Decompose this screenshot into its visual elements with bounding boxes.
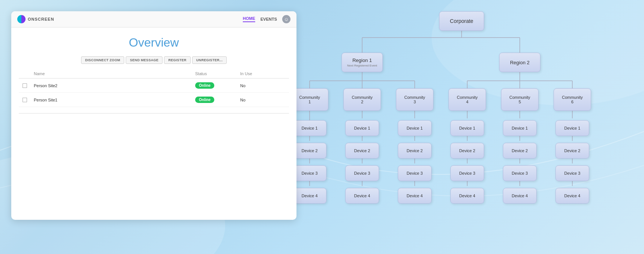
unregister-button[interactable]: UNREGISTER... [192,56,227,64]
send-message-button[interactable]: SEND MESSAGE [126,56,163,64]
c5-device-2[interactable]: Device 2 [503,143,537,159]
corporate-node[interactable]: Corporate [439,11,484,31]
status-badge-2: Online [195,97,240,103]
region-2-label: Region 2 [510,60,530,65]
table-header: Name Status In Use [19,69,289,79]
c3-device-2[interactable]: Device 2 [398,143,432,159]
disconnect-zoom-button[interactable]: DISCONNECT ZOOM [81,56,125,64]
c5-device-3[interactable]: Device 3 [503,165,537,181]
region-1-node[interactable]: Region 1 Next Registered Event [342,53,383,72]
register-button[interactable]: REGISTER [164,56,190,64]
community-3-label: Community3 [404,95,425,104]
c6-device-2[interactable]: Device 2 [555,143,589,159]
c5-device-1[interactable]: Device 1 [503,120,537,136]
navbar: ONSCREEN HOME EVENTS ☺ [11,11,296,27]
main-panel: ONSCREEN HOME EVENTS ☺ Overview DISCONNE… [11,11,296,220]
col-in-use: In Use [240,71,285,76]
community-5-node[interactable]: Community5 [501,88,539,111]
community-1-label: Community1 [299,95,320,104]
logo: ONSCREEN [17,15,54,23]
region-2-node[interactable]: Region 2 [499,53,540,72]
c5-device-4[interactable]: Device 4 [503,188,537,204]
community-2-node[interactable]: Community2 [343,88,381,111]
row-checkbox-1[interactable] [23,83,27,88]
devices-table: Name Status In Use Person Site2 Online N… [11,69,296,107]
c2-device-4[interactable]: Device 4 [345,188,379,204]
community-5-label: Community5 [509,95,530,104]
status-badge-1: Online [195,82,240,89]
in-use-2: No [240,98,285,102]
row-checkbox-2[interactable] [23,98,27,102]
community-4-label: Community4 [457,95,478,104]
nav-home[interactable]: HOME [243,16,255,22]
toolbar: DISCONNECT ZOOM SEND MESSAGE REGISTER UN… [11,56,296,69]
nav-right: HOME EVENTS ☺ [243,15,290,23]
c1-device-4[interactable]: Device 4 [293,188,327,204]
c2-device-2[interactable]: Device 2 [345,143,379,159]
col-checkbox [23,71,34,76]
page-title: Overview [11,27,296,56]
device-name-1: Person Site2 [34,83,195,88]
online-badge-2: Online [195,97,214,103]
community-6-node[interactable]: Community6 [554,88,591,111]
c6-device-4[interactable]: Device 4 [555,188,589,204]
col-name: Name [34,71,195,76]
c4-device-1[interactable]: Device 1 [450,120,484,136]
corporate-label: Corporate [450,18,473,24]
table-row: Person Site1 Online No [19,93,289,107]
c6-device-3[interactable]: Device 3 [555,165,589,181]
community-2-label: Community2 [352,95,373,104]
community-1-node[interactable]: Community1 [291,88,328,111]
c6-device-1[interactable]: Device 1 [555,120,589,136]
online-badge-1: Online [195,82,214,89]
logo-icon [17,15,26,23]
c4-device-2[interactable]: Device 2 [450,143,484,159]
community-4-node[interactable]: Community4 [448,88,486,111]
region-1-sublabel: Next Registered Event [347,64,377,67]
table-row: Person Site2 Online No [19,79,289,93]
col-status: Status [195,71,240,76]
c3-device-1[interactable]: Device 1 [398,120,432,136]
c1-device-2[interactable]: Device 2 [293,143,327,159]
c4-device-3[interactable]: Device 3 [450,165,484,181]
community-3-node[interactable]: Community3 [396,88,433,111]
c1-device-1[interactable]: Device 1 [293,120,327,136]
c2-device-3[interactable]: Device 3 [345,165,379,181]
c3-device-4[interactable]: Device 4 [398,188,432,204]
c3-device-3[interactable]: Device 3 [398,165,432,181]
c4-device-4[interactable]: Device 4 [450,188,484,204]
logo-text: ONSCREEN [28,17,54,21]
nav-events[interactable]: EVENTS [260,17,277,21]
table-divider [19,113,289,113]
region-1-label: Region 1 [347,57,377,63]
org-chart: Corporate Region 1 Next Registered Event… [289,8,638,248]
device-name-2: Person Site1 [34,98,195,102]
community-6-label: Community6 [562,95,583,104]
c2-device-1[interactable]: Device 1 [345,120,379,136]
in-use-1: No [240,83,285,88]
c1-device-3[interactable]: Device 3 [293,165,327,181]
user-icon[interactable]: ☺ [282,15,290,23]
